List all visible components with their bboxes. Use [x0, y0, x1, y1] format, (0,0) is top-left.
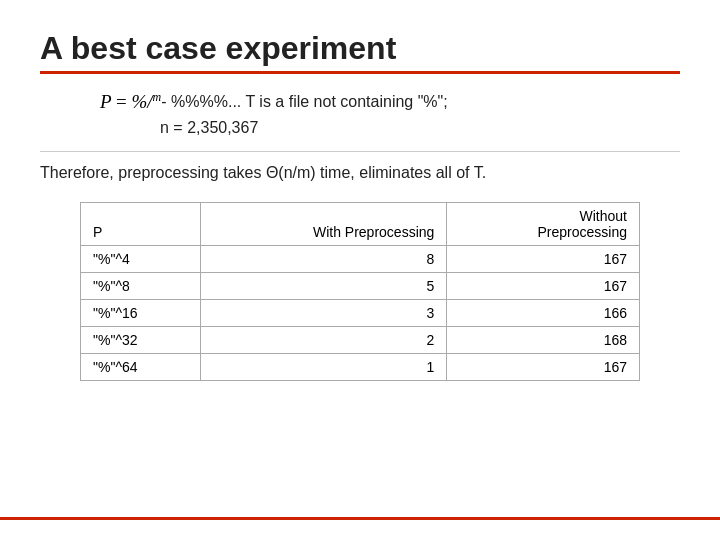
cell-p: "%"^4: [81, 246, 201, 273]
table-row: "%"^322168: [81, 327, 640, 354]
therefore-text: Therefore, preprocessing takes Θ(n/m) ti…: [40, 164, 486, 181]
cell-without: 168: [447, 327, 640, 354]
cell-p: "%"^64: [81, 354, 201, 381]
col-header-without: Without Preprocessing: [447, 203, 640, 246]
cell-with: 8: [201, 246, 447, 273]
col-header-p: P: [81, 203, 201, 246]
cell-without: 167: [447, 246, 640, 273]
n-value: n = 2,350,367: [160, 119, 258, 136]
cell-without: 167: [447, 273, 640, 300]
table-row: "%"^641167: [81, 354, 640, 381]
cell-p: "%"^16: [81, 300, 201, 327]
formula-description: - %%%%... T is a file not containing "%"…: [161, 93, 447, 111]
table-row: "%"^85167: [81, 273, 640, 300]
page-title: A best case experiment: [40, 30, 680, 67]
table-row: "%"^48167: [81, 246, 640, 273]
bottom-line: [0, 517, 720, 520]
therefore-line: Therefore, preprocessing takes Θ(n/m) ti…: [40, 151, 680, 182]
cell-with: 2: [201, 327, 447, 354]
cell-with: 3: [201, 300, 447, 327]
title-section: A best case experiment: [40, 30, 680, 74]
cell-without: 167: [447, 354, 640, 381]
table-container: P With Preprocessing Without Preprocessi…: [40, 202, 680, 381]
formula-symbol: P = %/m: [100, 90, 161, 113]
cell-with: 1: [201, 354, 447, 381]
cell-p: "%"^8: [81, 273, 201, 300]
slide: A best case experiment P = %/m - %%%%...…: [0, 0, 720, 540]
results-table: P With Preprocessing Without Preprocessi…: [80, 202, 640, 381]
formula-line: P = %/m - %%%%... T is a file not contai…: [40, 90, 680, 113]
col-header-with: With Preprocessing: [201, 203, 447, 246]
table-row: "%"^163166: [81, 300, 640, 327]
cell-without: 166: [447, 300, 640, 327]
cell-p: "%"^32: [81, 327, 201, 354]
n-value-line: n = 2,350,367: [40, 119, 680, 137]
cell-with: 5: [201, 273, 447, 300]
title-underline: [40, 71, 680, 74]
